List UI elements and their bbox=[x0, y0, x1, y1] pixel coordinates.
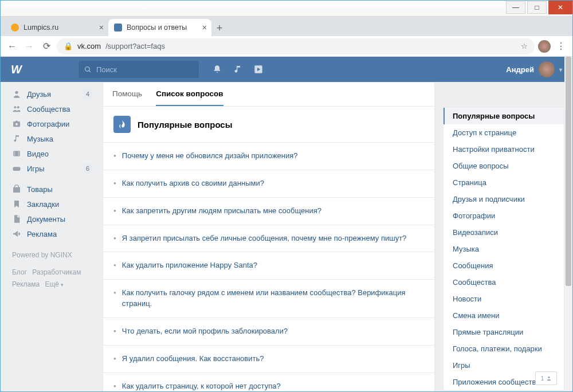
content-tabs: Помощь Список вопросов bbox=[103, 82, 435, 106]
sidebar-item-bookmarks[interactable]: Закладки bbox=[9, 197, 95, 211]
question-item[interactable]: ●Я запретил присылать себе личные сообще… bbox=[103, 225, 434, 253]
sidebar-item-docs[interactable]: Документы bbox=[9, 211, 95, 226]
widget-count: 1 bbox=[540, 375, 544, 382]
market-icon bbox=[12, 185, 21, 194]
sidebar-item-label: Фотографии bbox=[27, 120, 69, 128]
rail-category[interactable]: Смена имени bbox=[444, 307, 564, 324]
url-path: /support?act=faqs bbox=[105, 42, 165, 50]
sidebar-badge: 4 bbox=[83, 89, 92, 99]
browser-tab[interactable]: Вопросы и ответы × bbox=[108, 19, 211, 36]
vk-search-input[interactable]: Поиск bbox=[79, 61, 199, 78]
chrome-profile-avatar[interactable] bbox=[538, 40, 551, 53]
question-text: Как запретить другим людям присылать мне… bbox=[122, 206, 321, 217]
bullet-icon: ● bbox=[113, 329, 116, 334]
header-username: Андрей bbox=[506, 65, 534, 74]
svg-line-1 bbox=[89, 70, 91, 72]
rail-category[interactable]: Друзья и подписчики bbox=[444, 191, 564, 207]
question-item[interactable]: ●Как получить архив со своими данными? bbox=[103, 170, 434, 198]
rail-category[interactable]: Настройки приватности bbox=[444, 141, 564, 158]
tab-close-icon[interactable]: × bbox=[202, 23, 207, 32]
tab-close-icon[interactable]: × bbox=[99, 23, 104, 32]
svg-point-3 bbox=[15, 91, 18, 94]
vk-logo[interactable]: W bbox=[11, 63, 21, 76]
scrollbar[interactable] bbox=[564, 57, 572, 391]
rail-category[interactable]: Музыка bbox=[444, 241, 564, 257]
tab-title: Lumpics.ru bbox=[23, 23, 58, 32]
bookmark-star-icon[interactable]: ☆ bbox=[521, 42, 528, 50]
rail-category[interactable]: Страница bbox=[444, 174, 564, 191]
window-titlebar: — □ ✕ bbox=[1, 1, 572, 17]
sidebar-item-music[interactable]: Музыка bbox=[9, 131, 95, 146]
new-tab-button[interactable]: + bbox=[211, 20, 227, 36]
nav-reload-button[interactable]: ⟳ bbox=[40, 40, 53, 53]
question-item[interactable]: ●Что делать, если мой профиль заблокиров… bbox=[103, 318, 434, 346]
sidebar-item-label: Документы bbox=[27, 215, 65, 224]
play-icon[interactable] bbox=[254, 65, 263, 74]
footer-link-devs[interactable]: Разработчикам bbox=[32, 268, 81, 276]
rail-category[interactable]: Общие вопросы bbox=[444, 158, 564, 174]
window-close-button[interactable]: ✕ bbox=[548, 1, 572, 14]
browser-tab[interactable]: Lumpics.ru × bbox=[5, 19, 108, 36]
rail-category[interactable]: Фотографии bbox=[444, 207, 564, 224]
question-text: Я запретил присылать себе личные сообщен… bbox=[122, 233, 406, 244]
tab-help[interactable]: Помощь bbox=[112, 89, 142, 106]
person-icon bbox=[546, 375, 552, 381]
sidebar-item-market[interactable]: Товары bbox=[9, 182, 95, 197]
svg-point-4 bbox=[14, 106, 16, 108]
sidebar-item-label: Игры bbox=[27, 164, 45, 173]
rail-category[interactable]: Прямые трансляции bbox=[444, 324, 564, 340]
question-item[interactable]: ●Как получить галочку рядом с именем или… bbox=[103, 280, 434, 318]
footer-link-ads[interactable]: Реклама bbox=[12, 280, 40, 288]
question-item[interactable]: ●Как удалить приложение Happy Santa? bbox=[103, 252, 434, 280]
ads-icon bbox=[12, 229, 21, 238]
rail-category[interactable]: Популярные вопросы bbox=[444, 108, 564, 124]
rail-category[interactable]: Сообщения bbox=[444, 257, 564, 274]
header-user-menu[interactable]: Андрей ▾ bbox=[506, 61, 562, 77]
question-item[interactable]: ●Как запретить другим людям присылать мн… bbox=[103, 198, 434, 225]
notifications-icon[interactable] bbox=[213, 65, 222, 74]
music-icon[interactable] bbox=[233, 65, 242, 74]
question-text: Почему у меня не обновился дизайн прилож… bbox=[122, 151, 298, 162]
svg-rect-8 bbox=[15, 121, 18, 122]
bottom-user-widget[interactable]: 1 bbox=[535, 371, 557, 385]
svg-rect-10 bbox=[13, 167, 20, 171]
rail-category[interactable]: Доступ к странице bbox=[444, 124, 564, 141]
question-item[interactable]: ●Почему у меня не обновился дизайн прило… bbox=[103, 143, 434, 170]
sidebar-item-games[interactable]: Игры6 bbox=[9, 161, 95, 176]
photos-icon bbox=[12, 119, 21, 128]
games-icon bbox=[12, 164, 21, 173]
window-maximize-button[interactable]: □ bbox=[527, 1, 547, 14]
window-minimize-button[interactable]: — bbox=[506, 1, 525, 14]
rail-category[interactable]: Новости bbox=[444, 291, 564, 307]
sidebar-item-label: Товары bbox=[27, 185, 53, 194]
nav-back-button[interactable]: ← bbox=[5, 40, 19, 53]
favicon-icon bbox=[11, 23, 19, 32]
question-text: Как удалить страницу, к которой нет дост… bbox=[122, 381, 281, 391]
sidebar-item-video[interactable]: Видео bbox=[9, 146, 95, 161]
rail-category[interactable]: Сообщества bbox=[444, 274, 564, 291]
browser-toolbar: ← → ⟳ 🔒 vk.com/support?act=faqs ☆ ⋮ bbox=[1, 36, 572, 57]
sidebar-item-groups[interactable]: Сообщества bbox=[9, 101, 95, 116]
sidebar-item-photos[interactable]: Фотографии bbox=[9, 116, 95, 131]
svg-point-11 bbox=[548, 377, 550, 378]
footer-link-more[interactable]: Ещё ▾ bbox=[45, 280, 64, 288]
chrome-menu-button[interactable]: ⋮ bbox=[554, 40, 568, 53]
sidebar-item-label: Реклама bbox=[27, 230, 57, 238]
svg-rect-9 bbox=[13, 151, 20, 156]
question-text: Как получить галочку рядом с именем или … bbox=[122, 288, 424, 309]
question-item[interactable]: ●Как удалить страницу, к которой нет дос… bbox=[103, 373, 434, 391]
header-icons bbox=[213, 65, 263, 74]
address-bar[interactable]: 🔒 vk.com/support?act=faqs ☆ bbox=[57, 38, 535, 54]
tab-question-list[interactable]: Список вопросов bbox=[156, 89, 223, 106]
question-text: Что делать, если мой профиль заблокирова… bbox=[122, 326, 288, 337]
nav-forward-button[interactable]: → bbox=[22, 40, 36, 53]
chevron-down-icon: ▾ bbox=[559, 66, 562, 73]
question-text: Как удалить приложение Happy Santa? bbox=[122, 260, 257, 271]
sidebar-item-friends[interactable]: Друзья4 bbox=[9, 87, 95, 101]
rail-category[interactable]: Видеозаписи bbox=[444, 224, 564, 241]
video-icon bbox=[12, 149, 21, 158]
sidebar-item-ads[interactable]: Реклама bbox=[9, 226, 95, 241]
rail-category[interactable]: Голоса, платежи, подарки bbox=[444, 340, 564, 357]
footer-link-blog[interactable]: Блог bbox=[12, 268, 27, 276]
question-item[interactable]: ●Я удалил сообщения. Как восстановить? bbox=[103, 346, 434, 373]
